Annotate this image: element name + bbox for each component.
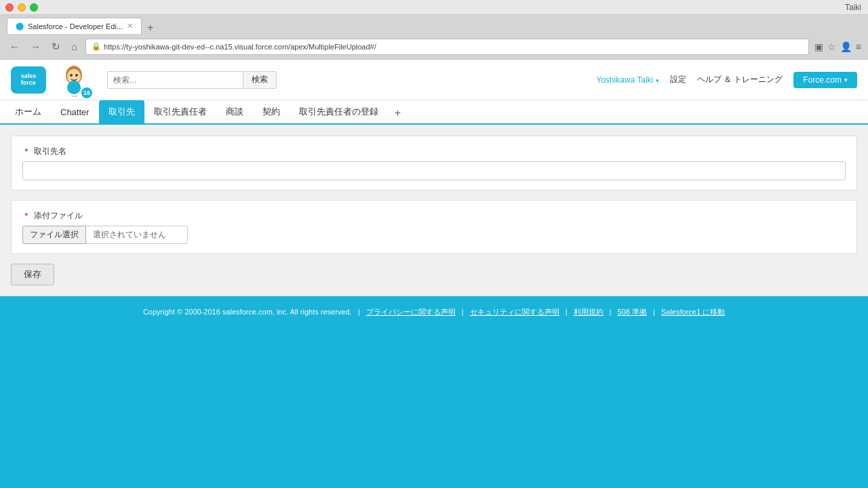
user-profile-button[interactable]: 👤 — [840, 41, 852, 52]
browser-tab-active[interactable]: ⬤ Salesforce - Developer Edi... ✕ — [7, 18, 142, 34]
help-link[interactable]: ヘルプ ＆ トレーニング — [697, 74, 783, 85]
file-choose-button[interactable]: ファイル選択 — [22, 226, 86, 244]
footer-link-508[interactable]: 508 準拠 — [618, 308, 647, 316]
account-name-input[interactable] — [22, 161, 846, 180]
footer-sep-1: | — [462, 308, 464, 316]
minimize-window-btn[interactable] — [18, 3, 26, 12]
header-right: Yoshikawa Taiki ▾ 設定 ヘルプ ＆ トレーニング Force.… — [596, 72, 857, 88]
mascot-image: 16 16 — [57, 63, 91, 97]
copyright-text: Copyright © 2000-2016 salesforce.com, in… — [143, 308, 352, 316]
svg-text:16: 16 — [71, 94, 77, 97]
tab-home[interactable]: ホーム — [5, 100, 51, 123]
svg-point-4 — [67, 81, 81, 94]
footer-sep-3: | — [610, 308, 612, 316]
background-area — [0, 328, 868, 488]
footer-sep-2: | — [566, 308, 568, 316]
address-bar[interactable]: 🔒 https://ty-yoshikawa-git-dev-ed--c.na1… — [85, 39, 809, 55]
tab-contracts[interactable]: 契約 — [253, 100, 290, 123]
footer-link-privacy[interactable]: プライバシーに関する声明 — [366, 308, 456, 316]
browser-nav-bar: ← → ↻ ⌂ 🔒 https://ty-yoshikawa-git-dev-e… — [0, 34, 868, 60]
bookmark-button[interactable]: ☆ — [827, 41, 836, 52]
required-star-account: ＊ — [22, 146, 31, 156]
svg-point-3 — [75, 74, 78, 77]
user-menu[interactable]: Yoshikawa Taiki ▾ — [596, 75, 658, 85]
add-tab-button[interactable]: + — [388, 103, 408, 123]
salesforce-logo: salesforce — [11, 66, 46, 94]
address-text: https://ty-yoshikawa-git-dev-ed--c.na15.… — [104, 43, 803, 51]
force-dropdown-icon: ▾ — [844, 77, 848, 83]
file-input-row: ファイル選択 選択されていません — [22, 226, 846, 244]
logo-text: salesforce — [21, 73, 37, 87]
account-name-section: ＊ 取引先名 — [11, 136, 857, 190]
search-input[interactable] — [107, 71, 243, 89]
footer-sep-4: | — [653, 308, 655, 316]
home-button[interactable]: ⌂ — [68, 39, 80, 54]
forward-button[interactable]: → — [28, 39, 43, 54]
reload-button[interactable]: ↻ — [49, 39, 63, 54]
back-button[interactable]: ← — [7, 39, 22, 54]
save-button[interactable]: 保存 — [11, 264, 54, 285]
tab-chatter[interactable]: Chatter — [51, 100, 99, 123]
file-name-display: 選択されていません — [86, 226, 188, 244]
file-attachment-section: ＊ 添付ファイル ファイル選択 選択されていません — [11, 200, 857, 254]
maximize-window-btn[interactable] — [30, 3, 38, 12]
window-user: Taiki — [845, 3, 861, 12]
browser-actions: ▣ ☆ 👤 ≡ — [814, 41, 861, 52]
search-button[interactable]: 検索 — [243, 71, 277, 89]
tab-opportunities[interactable]: 商談 — [216, 100, 253, 123]
window-chrome: Taiki — [0, 0, 868, 15]
main-content: ＊ 取引先名 ＊ 添付ファイル ファイル選択 選択されていません 保存 — [0, 125, 868, 296]
footer-sep-0: | — [358, 308, 360, 316]
tab-register-contact[interactable]: 取引先責任者の登録 — [290, 100, 388, 123]
file-label: ＊ 添付ファイル — [22, 210, 846, 222]
nav-tabs: ホーム Chatter 取引先 取引先責任者 商談 契約 取引先責任者の登録 + — [0, 100, 868, 125]
page-footer: Copyright © 2000-2016 salesforce.com, in… — [0, 296, 868, 328]
browser-tab-close[interactable]: ✕ — [127, 22, 133, 30]
new-tab-button[interactable]: + — [143, 22, 157, 34]
force-com-button[interactable]: Force.com ▾ — [793, 72, 857, 88]
menu-button[interactable]: ≡ — [856, 41, 861, 52]
footer-link-security[interactable]: セキュリティに関する声明 — [470, 308, 559, 316]
close-window-btn[interactable] — [5, 3, 14, 12]
settings-link[interactable]: 設定 — [670, 74, 686, 85]
user-dropdown-icon: ▾ — [656, 77, 659, 84]
search-area: 検索 — [107, 71, 277, 89]
lock-icon: 🔒 — [92, 42, 101, 51]
tab-contacts[interactable]: 取引先責任者 — [144, 100, 216, 123]
browser-tab-bar: ⬤ Salesforce - Developer Edi... ✕ + — [0, 15, 868, 34]
footer-link-salesforce1[interactable]: Salesforce1 に移動 — [661, 308, 725, 316]
footer-link-terms[interactable]: 利用規約 — [574, 308, 604, 316]
required-star-file: ＊ — [22, 211, 31, 220]
account-label: ＊ 取引先名 — [22, 146, 846, 157]
reader-view-button[interactable]: ▣ — [814, 41, 823, 52]
browser-tab-title: Salesforce - Developer Edi... — [28, 22, 123, 30]
svg-point-2 — [70, 74, 73, 77]
salesforce-header: salesforce 16 16 検索 Yoshikawa Taiki — [0, 60, 868, 100]
tab-accounts[interactable]: 取引先 — [99, 100, 144, 123]
